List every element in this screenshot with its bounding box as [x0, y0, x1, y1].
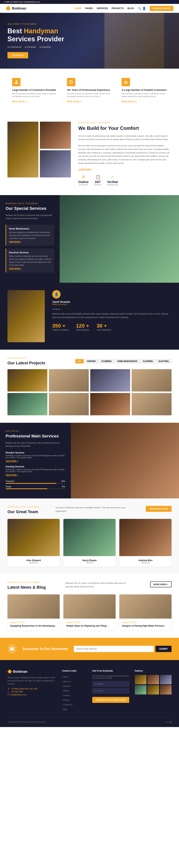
blog-image-3 — [119, 594, 172, 619]
facebook-link[interactable]: f — [170, 1, 171, 3]
footer-link-projects[interactable]: Projects — [62, 694, 70, 696]
footer-link-gallery[interactable]: Gallery — [62, 690, 69, 692]
footer-phone: 📞 123-456-7890 — [7, 691, 56, 693]
tab-all[interactable]: ALL — [75, 359, 84, 364]
team-title-area: WORKING WITH GOODMAN Our Great Team — [7, 506, 40, 514]
testimonial-text: Boldman was so accommodating. Arrived ea… — [52, 312, 172, 319]
tab-electrical[interactable]: ELECTRIAL — [156, 359, 172, 364]
footer-logo-text: Boldman — [13, 670, 27, 674]
team-card-body-1: Alex Edward Handyman — [7, 556, 60, 566]
plumber-link[interactable]: VIEW MORE > — [6, 460, 18, 462]
footer-useful-links: Useful Links Home About Us Services Gall… — [62, 670, 87, 712]
nav-pages[interactable]: Pages — [85, 7, 93, 10]
more-news-button[interactable]: MORE NEWS > — [150, 581, 172, 587]
service-home-link[interactable]: VIEW MORE > — [9, 241, 51, 243]
team-image-3 — [119, 519, 172, 556]
footer-estimate-email-input[interactable] — [92, 688, 129, 693]
tab-flooring[interactable]: FLOORING — [140, 359, 155, 364]
footer-link-home[interactable]: Home — [62, 676, 68, 678]
hero-cat-domestic: ● Domestic — [25, 46, 36, 49]
build-image-3 — [40, 150, 71, 178]
nav-blog[interactable]: Blog — [128, 7, 134, 10]
footer-links-title: Useful Links — [62, 670, 87, 672]
progress-design: Design 70% — [6, 486, 65, 489]
build-learn-more-link[interactable]: LEARN MORE > — [78, 168, 93, 170]
team-card-3: Andrew Ben Electrician — [119, 519, 172, 566]
newsletter-icon — [7, 644, 17, 654]
main-services-image — [71, 423, 179, 498]
services-image — [60, 195, 179, 283]
stat-desc-3: We have been catering for years as Boldm… — [122, 92, 167, 98]
footer-link-about[interactable]: About Us — [62, 681, 71, 683]
service-electrical-link[interactable]: VIEW MORE > — [9, 268, 51, 270]
footer-estimate-name-input[interactable] — [92, 681, 129, 687]
team-view-more-button[interactable]: VIEW MORE TEAM — [146, 506, 172, 512]
footer-facebook[interactable]: f — [165, 721, 166, 723]
nav-home[interactable]: Home — [75, 7, 81, 10]
team-title: Our Great Team — [7, 509, 40, 514]
stat-icon-3 — [122, 78, 130, 86]
stat-icon-1 — [12, 78, 21, 86]
nav-projects[interactable]: Projects — [112, 7, 124, 10]
service-home-desc: We have experience providing home mainte… — [9, 231, 51, 240]
painting-title: Painting Services — [6, 465, 65, 468]
footer-link-blog[interactable]: Blog — [62, 708, 67, 710]
footer-gallery-grid — [135, 675, 172, 694]
team-card-2: Harry Reyan Plumber — [63, 519, 116, 566]
hero-title: Best HandymanServices Provider — [7, 27, 64, 43]
projects-header: OUR PROJECTS Our Latest Projects ALL PAI… — [7, 357, 172, 366]
footer-estimate-button[interactable]: REQUEST WITH GIVEN FORM — [92, 697, 129, 703]
top-bar: +1 800 123 0000 Email: info@boldman.com … — [0, 0, 179, 4]
stat-link-3[interactable]: MORE DETAILS + — [122, 101, 137, 103]
footer-twitter[interactable]: t — [168, 721, 168, 723]
team-role-1: Handyman — [10, 562, 57, 564]
newsletter-email-input[interactable] — [74, 646, 154, 652]
build-stat-label-1: of Services — [78, 184, 88, 186]
team-name-1: Alex Edward — [10, 559, 57, 562]
painting-link[interactable]: VIEW MORE > — [6, 474, 18, 476]
stat-item-1: Large Number of Customers Provided We ar… — [7, 74, 62, 107]
tab-painting[interactable]: PAINTING — [85, 359, 98, 364]
counters: 350 + Projects Completed 120 + Work Empl… — [52, 323, 172, 331]
tab-plumbing[interactable]: PLUMBING — [99, 359, 114, 364]
blog-title: Latest News & Blog — [7, 585, 46, 590]
twitter-link[interactable]: t — [171, 1, 171, 3]
stat-link-1[interactable]: MORE DETAILS + — [12, 101, 28, 103]
tab-home-maintenance[interactable]: HOME MAINTENANCE — [115, 359, 140, 364]
hero-contact-button[interactable]: Contact Us — [7, 52, 28, 58]
blog-date-2: January 21, 2021 — [66, 621, 113, 623]
project-image-2 — [49, 369, 89, 392]
plumber-title: Plumber Services — [6, 452, 65, 454]
projects-tabs: ALL PAINTING PLUMBING HOME MAINTENANCE F… — [75, 359, 172, 364]
footer-link-services[interactable]: Services — [62, 685, 70, 687]
build-stat-label-2: Services — [94, 184, 101, 186]
footer-copyright: Copyright © 2021 Boldman. All rights res… — [7, 721, 46, 723]
footer-link-pricing[interactable]: Pricing — [62, 699, 69, 701]
progress-fill-production — [6, 483, 56, 484]
footer-link-contact[interactable]: Contact Us — [62, 704, 73, 706]
footer-linkedin[interactable]: in — [170, 721, 172, 723]
blog-date-3: January 21, 2021 — [122, 621, 169, 623]
main-service-painting: Painting Services Plumbing is a skill or… — [6, 465, 65, 476]
testimonial-name: Yamil Veranda — [52, 300, 172, 303]
hero-highlight: Handyman — [24, 27, 58, 35]
team-card-1: Alex Edward Handyman — [7, 519, 60, 566]
stat-link-2[interactable]: MORE DETAILS + — [67, 101, 82, 103]
counter-num-3: 30 + — [97, 323, 111, 329]
request-quote-button[interactable]: Request Quote — [150, 6, 173, 11]
build-stat-num-2: 24/7 — [94, 180, 101, 184]
nav-services[interactable]: Services — [97, 7, 108, 10]
instagram-link[interactable]: ig — [174, 1, 175, 3]
footer-gallery-img-6 — [160, 685, 172, 694]
stats-section: Large Number of Customers Provided We ar… — [0, 69, 179, 112]
services-left: WORKING WITH GOODMAN Our Special Service… — [0, 195, 60, 283]
service-item-electrical: Electrical Services When it comes to ele… — [6, 248, 54, 273]
newsletter-submit-button[interactable]: SUBMIT — [155, 646, 172, 652]
team-grid: Alex Edward Handyman Harry Reyan Plumber… — [7, 519, 172, 566]
team-desc: Our team of Boldman had over incredible … — [55, 506, 130, 513]
footer-gallery-img-2 — [147, 675, 159, 684]
project-image-8 — [132, 393, 172, 415]
email-icon: ✉ — [7, 694, 9, 696]
linkedin-link[interactable]: in — [172, 1, 173, 3]
counter-projects: 350 + Projects Completed — [52, 323, 69, 331]
